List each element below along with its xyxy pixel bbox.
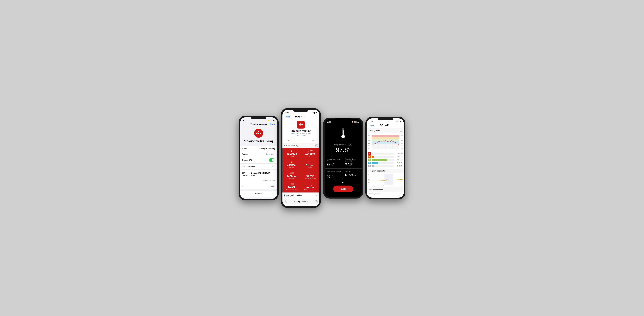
screen-4: 7:04 ↗ 5G▐ 84 ‹ Back POLAR. xyxy=(367,118,404,198)
zone-3-bar-container xyxy=(372,159,394,161)
heart-min-icon: ♡MIN xyxy=(308,161,312,163)
temp-display: Body temperature (°F) 97.8° xyxy=(325,124,362,156)
session-feedback-section[interactable]: Session feedback ⤢ xyxy=(367,187,404,192)
svg-rect-10 xyxy=(300,125,302,125)
stat-hr-max: ♡MAX 148bpm HR max xyxy=(282,170,301,181)
target-label: Target xyxy=(242,153,248,155)
flame-icon: 🔥 xyxy=(290,161,293,163)
expand-icon-summary[interactable]: ⤢ xyxy=(316,144,318,147)
thermometer-avg-icon: 🌡 xyxy=(309,172,311,174)
dark-screen: 6:30 📊 ▐▐▐ 82 xyxy=(325,119,362,197)
zone-5-time: 00:00:00 xyxy=(395,153,402,154)
tab-list[interactable]: ≡ xyxy=(282,138,295,143)
zone-1-row: 1 00:04:55 xyxy=(368,165,402,167)
calories-label: Calories xyxy=(289,167,294,168)
phone-3: 6:30 📊 ▐▐▐ 82 xyxy=(323,118,363,199)
thermometer-icon xyxy=(340,127,346,142)
session-feedback-title: Session feedback xyxy=(368,189,383,191)
stat-avg-temp: 🌡 97.6°F Average body temp xyxy=(301,170,320,181)
info-icon-load[interactable]: i xyxy=(284,200,287,203)
notch-4 xyxy=(378,117,393,120)
y-140: 140 xyxy=(368,140,372,141)
back-button-2[interactable]: ‹ Back xyxy=(284,116,290,118)
gps-label: Phone GPS xyxy=(242,159,252,161)
temp-y-label: F° xyxy=(368,174,372,175)
settings-gear-icon: ⚙ xyxy=(242,185,244,188)
back-label-4: Back xyxy=(370,124,374,126)
temp-97: 97.0 xyxy=(368,180,372,181)
strength-icon xyxy=(256,131,261,136)
forget-row: ⚙ Forget xyxy=(240,183,277,189)
voice-row[interactable]: Voice guidance Off › xyxy=(240,164,277,169)
screen-2: 7:04 ↗ 5G▐ 84 ‹ Back POLAR. xyxy=(282,110,319,206)
temp-stats-grid: Average body temp (°F) 97.6° Maximum bod… xyxy=(325,156,362,181)
workout-icon-sm xyxy=(297,121,305,129)
hr-max-label: HR max xyxy=(289,178,294,180)
expand-icon-feedback[interactable]: ⤢ xyxy=(400,189,402,191)
expand-icon-load[interactable]: ⤢ xyxy=(315,200,318,203)
hr-avg-label: HR avg xyxy=(308,156,312,157)
polar-logo-2: POLAR. xyxy=(295,115,306,118)
status-icons-4: ↗ 5G▐ 84 xyxy=(395,121,401,122)
thermometer-svg xyxy=(340,127,346,140)
body-temp-chart: F° 100.0 99.0 98.0 97.0 96.0 95.0 xyxy=(368,174,402,187)
y-axis-right: 100 90 80 70 60 50 xyxy=(400,135,402,149)
pause-button[interactable]: Pause xyxy=(333,186,353,192)
temp-99: 99.0 xyxy=(368,177,372,178)
forget-button[interactable]: Forget xyxy=(270,185,275,187)
percent-unit-label: % xyxy=(402,133,402,135)
tab-share[interactable]: ⟨ xyxy=(295,138,307,143)
time-3: 6:30 xyxy=(327,121,331,123)
thermometer-min-icon: 🌡MIN xyxy=(308,183,312,186)
done-button[interactable]: Done xyxy=(270,123,275,126)
svg-rect-9 xyxy=(302,124,302,125)
zones-title: Training zones xyxy=(368,129,380,131)
benefit-label: Training Benefit xyxy=(284,196,304,198)
battery-row: Battery 100% xyxy=(240,178,277,183)
home-indicator-1 xyxy=(251,198,266,198)
y-158: 158 xyxy=(368,137,372,139)
strength-icon-sm xyxy=(298,122,303,127)
zone-4-color: 4 xyxy=(368,155,371,158)
gps-row[interactable]: Phone GPS xyxy=(240,157,277,164)
tab-delete[interactable]: 🗑 xyxy=(307,138,319,143)
workout-date: Tuesday, Apr 9, 2024, 5:05 AM xyxy=(290,133,311,134)
thermometer-max-icon: 🌡MAX xyxy=(289,183,294,186)
battery-icon: 96 xyxy=(273,119,274,121)
svg-rect-15 xyxy=(343,131,344,137)
temp-y-axis: F° 100.0 99.0 98.0 97.0 96.0 95.0 xyxy=(368,174,372,185)
battery-value: Battery 100% xyxy=(264,180,275,182)
y-80: 80 xyxy=(400,140,402,141)
min-temp-cell: Minimum body temp (°F) 97.4° xyxy=(325,169,343,181)
support-button[interactable]: Support xyxy=(240,191,277,197)
benefit-title: Steady state training + xyxy=(284,194,304,196)
back-chevron-icon-4: ‹ xyxy=(369,124,370,126)
duration-label: Duration xyxy=(289,156,294,157)
max-temp-cell: Maximum body temp (°F) 97.8° xyxy=(343,156,362,169)
max-temp-value: 98.0°F xyxy=(288,186,296,189)
benefit-arrow-icon: ▶ xyxy=(316,195,318,197)
zone-3-row: 3 00:51:50 xyxy=(368,159,402,161)
screen-3: 6:30 📊 ▐▐▐ 82 xyxy=(325,119,362,197)
training-benefit-row[interactable]: Steady state training + Training Benefit… xyxy=(282,193,319,199)
avg-temp-cell: Average body temp (°F) 97.6° xyxy=(325,156,343,169)
sport-row[interactable]: Sport Strength training xyxy=(240,146,277,151)
temp-x-120: 1:20:00 xyxy=(399,186,402,187)
expand-icon-zones[interactable]: ⤢ xyxy=(400,129,402,132)
signal-4-icon: 5G▐ 84 xyxy=(396,121,401,122)
avg-temp-label: Average body temp xyxy=(304,178,316,179)
training-load-bar[interactable]: i Training Load Pro ⤢ xyxy=(282,199,319,204)
temp-x-100: 1:00:00 xyxy=(390,186,394,187)
x-120: 1:20:00 xyxy=(396,150,400,152)
zones-section-header: Training zones ⤢ xyxy=(367,128,404,133)
hr-min-value: 81bpm xyxy=(306,164,314,167)
nav-title-1: Training settings xyxy=(250,123,267,126)
zone-5-row: 5 00:00:00 xyxy=(368,152,402,155)
zone-4-bar-container xyxy=(372,156,394,158)
gps-toggle[interactable] xyxy=(269,158,275,162)
target-row[interactable]: Target No target › xyxy=(240,151,277,157)
min-temp-cell-label: Minimum body temp (°F) xyxy=(327,171,341,174)
back-button-4[interactable]: ‹ Back xyxy=(369,124,374,126)
timer-icon: ⏱ xyxy=(290,150,293,152)
info-icon-temp[interactable]: i xyxy=(368,170,371,172)
